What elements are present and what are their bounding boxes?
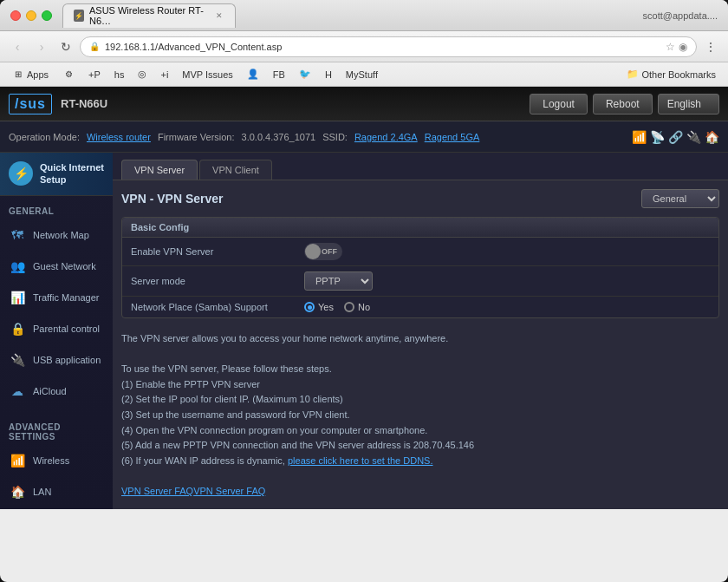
signal-icon: 📶: [632, 130, 647, 144]
sidebar-item-parental-control[interactable]: 🔒 Parental control: [0, 313, 113, 344]
network-place-row: Network Place (Samba) Support Yes: [122, 297, 718, 317]
tab-title: ASUS Wireless Router RT-N6…: [89, 5, 205, 26]
vpn-server-tab[interactable]: VPN Server: [121, 160, 198, 180]
bookmark-mystuff-label: MyStuff: [346, 69, 378, 80]
bookmark-h[interactable]: H: [320, 68, 337, 82]
wireless-label: Wireless: [33, 455, 69, 466]
network-map-label: Network Map: [33, 230, 89, 240]
security-icon: 🔒: [89, 42, 100, 51]
bookmark-github[interactable]: ◎: [133, 67, 152, 82]
bookmark-mystuff[interactable]: MyStuff: [341, 68, 383, 82]
vpn-title: VPN - VPN Server: [121, 192, 224, 206]
toggle-thumb: [305, 244, 321, 259]
browser-tab[interactable]: ⚡ ASUS Wireless Router RT-N6… ✕: [62, 3, 236, 28]
radio-yes-label: Yes: [318, 302, 334, 312]
star-icon[interactable]: ☆: [666, 41, 675, 53]
step1: (1) Enable the PPTP VPN server: [121, 377, 719, 393]
content-area: VPN Server VPN Client VPN - VPN Server G…: [113, 153, 728, 509]
operation-mode-value: Wireless router: [87, 132, 151, 142]
bookmark-apps[interactable]: ⊞ Apps: [7, 67, 54, 82]
address-icons: ☆ ◉: [666, 41, 687, 53]
person-icon: 👤: [247, 69, 259, 80]
language-select[interactable]: English: [658, 94, 719, 114]
aicloud-label: AiCloud: [33, 386, 67, 396]
bookmark-other[interactable]: 📁 Other Bookmarks: [621, 67, 721, 82]
usb-app-icon: 🔌: [9, 351, 26, 369]
sidebar-item-network-map[interactable]: 🗺 Network Map: [0, 219, 113, 251]
sidebar-item-wireless[interactable]: 📶 Wireless: [0, 445, 113, 476]
wifi-icon: 📡: [650, 130, 665, 144]
network-map-icon: 🗺: [9, 226, 26, 244]
radio-no-dot: [344, 302, 354, 312]
sidebar-item-wan[interactable]: 🌐 WAN: [0, 507, 113, 509]
usb-icon: 🔌: [686, 130, 701, 144]
sidebar-item-usb-application[interactable]: 🔌 USB application: [0, 344, 113, 376]
user-account: scott@appdata....: [643, 10, 718, 21]
vpn-toggle[interactable]: OFF: [304, 243, 342, 260]
parental-control-label: Parental control: [33, 324, 100, 334]
server-mode-select[interactable]: PPTP: [304, 271, 373, 291]
forward-button[interactable]: ›: [31, 36, 52, 57]
enable-vpn-row: Enable VPN Server OFF: [122, 238, 718, 266]
bookmark-hs[interactable]: hs: [109, 68, 130, 82]
bookmarks-bar: ⊞ Apps ⚙ +P hs ◎ +i MVP Issues 👤 FB 🐦: [0, 62, 728, 87]
traffic-lights: [10, 10, 52, 21]
router-model: RT-N66U: [61, 97, 107, 110]
extension-icon[interactable]: ◉: [679, 41, 687, 53]
bookmark-person[interactable]: 👤: [242, 67, 264, 82]
enable-vpn-value: OFF: [304, 243, 342, 260]
info-intro: The VPN server allows you to access your…: [121, 333, 448, 343]
bookmark-mvp[interactable]: MVP Issues: [177, 68, 238, 82]
menu-button[interactable]: ⋮: [700, 36, 721, 57]
vpn-content: VPN - VPN Server General Basic Config En…: [113, 180, 728, 509]
basic-config-panel: Basic Config Enable VPN Server OFF: [121, 217, 719, 318]
tab-close-button[interactable]: ✕: [214, 10, 224, 22]
faq-link-text[interactable]: VPN Server FAQ: [193, 486, 265, 496]
usb-application-label: USB application: [33, 355, 101, 365]
faq-link[interactable]: VPN Server FAQ: [121, 486, 193, 496]
advanced-section: Advanced Settings 📶 Wireless 🏠 LAN 🌐 WAN: [0, 412, 113, 509]
titlebar: ⚡ ASUS Wireless Router RT-N6… ✕ scott@ap…: [0, 0, 728, 31]
bookmark-settings[interactable]: ⚙: [57, 67, 80, 82]
bookmark-twitter[interactable]: 🐦: [294, 67, 316, 82]
twitter-icon: 🐦: [299, 69, 311, 80]
lan-icon: 🏠: [9, 483, 26, 500]
ddns-link[interactable]: please click here to set the DDNS.: [288, 455, 433, 466]
maximize-button[interactable]: [42, 10, 52, 21]
sidebar-item-aicloud[interactable]: ☁ AiCloud: [0, 376, 113, 407]
tab-bar: ⚡ ASUS Wireless Router RT-N6… ✕: [62, 3, 643, 28]
logout-button[interactable]: Logout: [530, 94, 588, 114]
sidebar: ⚡ Quick InternetSetup General 🗺 Network …: [0, 153, 113, 509]
address-bar[interactable]: 🔒 192.168.1.1/Advanced_VPN_Content.asp ☆…: [80, 36, 697, 57]
network-icon: 🔗: [668, 130, 683, 144]
general-dropdown[interactable]: General: [641, 189, 719, 208]
parental-control-icon: 🔒: [9, 320, 26, 337]
bookmark-plus-i[interactable]: +i: [155, 68, 173, 82]
sidebar-item-traffic-manager[interactable]: 📊 Traffic Manager: [0, 282, 113, 313]
reboot-button[interactable]: Reboot: [593, 94, 653, 114]
home-icon: 🏠: [705, 130, 719, 144]
bookmark-fb[interactable]: FB: [268, 68, 290, 82]
close-button[interactable]: [10, 10, 21, 21]
radio-yes[interactable]: Yes: [304, 302, 334, 312]
vpn-client-tab[interactable]: VPN Client: [199, 160, 272, 180]
ssid-2g: Ragend 2.4GA: [354, 132, 418, 142]
back-button[interactable]: ‹: [7, 36, 28, 57]
router-header: /sus RT-N66U Logout Reboot English: [0, 87, 728, 121]
bookmark-hs-label: hs: [114, 69, 125, 80]
bookmark-other-label: Other Bookmarks: [641, 69, 716, 80]
vpn-tabs: VPN Server VPN Client: [113, 153, 728, 180]
url-text: 192.168.1.1/Advanced_VPN_Content.asp: [105, 42, 660, 52]
radio-no[interactable]: No: [344, 302, 370, 312]
bookmark-plus-p[interactable]: +P: [83, 68, 106, 82]
vpn-info-text: The VPN server allows you to access your…: [121, 327, 719, 504]
reload-button[interactable]: ↻: [55, 36, 76, 57]
tab-favicon: ⚡: [74, 10, 84, 22]
sidebar-item-guest-network[interactable]: 👥 Guest Network: [0, 251, 113, 282]
minimize-button[interactable]: [26, 10, 36, 21]
quick-internet-setup[interactable]: ⚡ Quick InternetSetup: [0, 153, 113, 196]
server-mode-row: Server mode PPTP: [122, 266, 718, 297]
sidebar-item-lan[interactable]: 🏠 LAN: [0, 476, 113, 507]
server-mode-value: PPTP: [304, 271, 373, 291]
server-mode-label: Server mode: [131, 276, 304, 286]
